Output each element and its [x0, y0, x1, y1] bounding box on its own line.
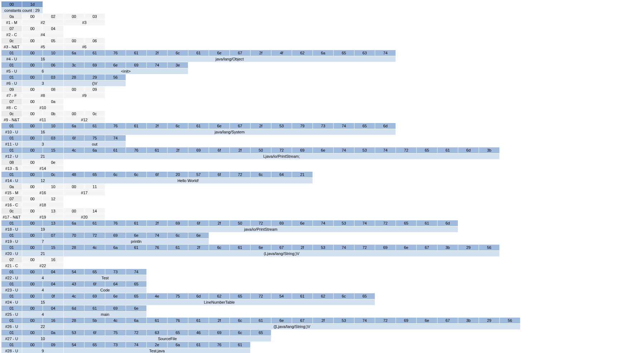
hex-cell: 6e	[292, 220, 313, 226]
hex-cell: 00	[22, 293, 43, 299]
hex-cell: 70	[64, 232, 84, 239]
hex-cell: 10	[43, 184, 64, 190]
hex-cell: 01	[1, 220, 22, 226]
hex-cell: 2f	[209, 318, 230, 324]
hex-cell: 43	[64, 281, 84, 287]
hex-row: 010004436f6465	[1, 281, 643, 287]
hex-cell: 19	[22, 226, 64, 232]
hex-cell: 6a	[64, 123, 84, 129]
hex-cell: 69	[396, 318, 417, 324]
hex-cell: 6c	[168, 123, 188, 129]
hex-row: 01000c48656c6c6f20576f726c6421	[1, 172, 643, 178]
hex-cell: #6	[64, 44, 105, 50]
hex-row: #15 - M#16#17	[1, 190, 643, 196]
hex-cell: 16	[43, 257, 64, 263]
hex-row: 001d	[1, 1, 643, 8]
hex-cell: 00	[64, 87, 84, 93]
hex-row: #20 - U21(Ljava/lang/String;)V	[1, 251, 643, 257]
hex-cell: 4	[22, 287, 64, 293]
hex-cell: 6d	[458, 147, 479, 153]
hex-cell: 61	[188, 342, 209, 348]
hex-cell: 61	[437, 147, 458, 153]
hex-cell: 53	[271, 123, 292, 129]
hex-cell: 0a	[1, 14, 22, 20]
hex-cell: 67	[437, 318, 458, 324]
hex-cell: 00	[22, 330, 43, 336]
hex-row: #21 - C#22	[1, 263, 643, 269]
hex-cell: 74	[313, 220, 334, 226]
hex-cell: 6c	[251, 172, 271, 178]
hex-row: 0c00050006	[1, 38, 643, 44]
hex-row: #22 - U4Test	[1, 275, 643, 281]
hex-cell: 50	[251, 147, 271, 153]
hex-cell: 21	[22, 251, 64, 257]
hex-cell: 11	[84, 184, 105, 190]
hex-viewer: 001dconstants count : 290a00020003#1 - M…	[1, 1, 643, 353]
hex-cell: java/lang/Object	[64, 56, 396, 62]
hex-cell: 6c	[168, 50, 188, 56]
hex-cell: 20	[168, 172, 188, 178]
hex-cell: 57	[188, 172, 209, 178]
hex-row: #4 - U16java/lang/Object	[1, 56, 643, 62]
hex-cell: 6c	[105, 172, 126, 178]
hex-cell: 76	[105, 220, 126, 226]
hex-cell: 74	[126, 269, 147, 275]
hex-cell: 00	[22, 135, 43, 141]
hex-cell: 21	[292, 172, 313, 178]
hex-cell: 00	[22, 50, 43, 56]
hex-cell: 61	[126, 245, 147, 251]
hex-cell: 56	[105, 74, 126, 80]
hex-cell: #14 - U	[1, 178, 22, 184]
hex-cell: 74	[147, 62, 168, 68]
hex-cell: 01	[1, 50, 22, 56]
hex-cell: main	[64, 312, 147, 318]
hex-cell: 00	[64, 111, 84, 117]
hex-cell: 2f	[251, 50, 271, 56]
hex-cell: 2f	[147, 123, 168, 129]
hex-cell: 6e	[105, 293, 126, 299]
hex-cell: 01	[1, 293, 22, 299]
hex-cell: 54	[64, 269, 84, 275]
hex-cell: 64	[271, 172, 292, 178]
hex-cell: 01	[1, 281, 22, 287]
hex-cell: 53	[334, 220, 354, 226]
hex-row: #26 - U22([Ljava/lang/String;)V	[1, 324, 643, 330]
hex-row: 0100106a6176612f6c616e672f4f626a656374	[1, 50, 643, 56]
hex-cell: #11	[22, 117, 64, 123]
hex-cell: 6e	[251, 245, 271, 251]
hex-cell: 15	[43, 147, 64, 153]
hex-cell: 69	[209, 330, 230, 336]
hex-cell: 07	[1, 257, 22, 263]
hex-cell: 6e	[209, 123, 230, 129]
hex-cell: 2f	[251, 123, 271, 129]
hex-cell: 03	[43, 135, 64, 141]
hex-cell: java/lang/System	[64, 129, 396, 135]
hex-cell: 76	[209, 342, 230, 348]
hex-cell: println	[64, 239, 209, 245]
hex-cell: #28 - U	[1, 348, 22, 353]
hex-cell: 69	[188, 147, 209, 153]
hex-cell: 6c	[126, 172, 147, 178]
hex-cell: 2f	[209, 220, 230, 226]
hex-cell: 74	[375, 147, 396, 153]
hex-cell: 6a	[105, 245, 126, 251]
hex-cell: #5 - U	[1, 68, 22, 74]
hex-row: #2 - C#4	[1, 32, 643, 38]
hex-row: 010016285b4c6a6176612f6c616e672f53747269…	[1, 318, 643, 324]
hex-row: #6 - U3()V	[1, 80, 643, 87]
hex-cell: 6d	[375, 123, 396, 129]
hex-cell: 00	[22, 74, 43, 80]
hex-cell: 65	[396, 220, 417, 226]
hex-cell: 75	[105, 330, 126, 336]
hex-cell: 2f	[292, 245, 313, 251]
hex-cell: 3	[22, 80, 64, 87]
hex-cell: 65	[334, 50, 354, 56]
hex-cell: 6e	[126, 232, 147, 239]
hex-cell: #4 - U	[1, 56, 22, 62]
hex-cell: 2f	[147, 220, 168, 226]
hex-cell: 6e	[271, 318, 292, 324]
hex-row: 0a00100011	[1, 184, 643, 190]
hex-cell: Test.java	[64, 348, 251, 353]
hex-cell: #14	[22, 166, 64, 172]
hex-cell: 69	[126, 62, 147, 68]
